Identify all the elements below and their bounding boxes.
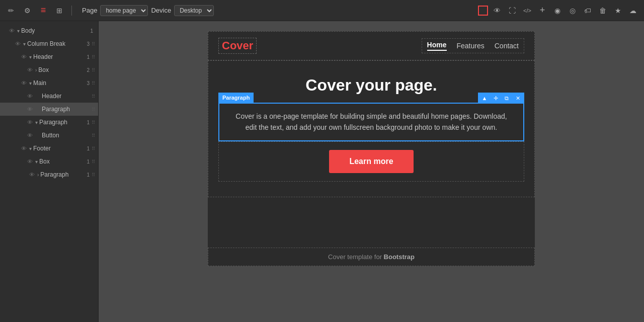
circle-icon[interactable]: ◎: [567, 5, 579, 17]
tree-label-footer-paragraph: Paragraph: [40, 171, 87, 178]
spacer: [208, 197, 535, 248]
tree-item-header[interactable]: 👁 ▾ Header 1 ⠿: [0, 50, 98, 63]
eye-main-header[interactable]: 👁: [24, 93, 35, 99]
tree-label-main-paragraph: Paragraph: [42, 106, 92, 113]
learn-more-button[interactable]: Learn more: [329, 150, 413, 173]
cloud-icon[interactable]: ☁: [627, 5, 639, 17]
canvas-area: Cover Home Features Contact Cover your p…: [99, 21, 644, 322]
page-selector: Page home page Device Desktop: [82, 5, 214, 16]
tree-label-header: Header: [33, 53, 87, 60]
device-label: Device: [151, 7, 171, 14]
ctrl-up[interactable]: ▲: [480, 94, 489, 103]
tree-item-column-break[interactable]: 👁 ▾ Column Break 3 ⠿: [0, 37, 98, 50]
eye-main-paragraph[interactable]: 👁: [24, 106, 35, 112]
tree-badge-body: 1: [90, 28, 93, 34]
tree-label-column-break: Column Break: [27, 40, 87, 47]
tree-item-footer-box[interactable]: 👁 ▾ Box 1 ⠿: [0, 155, 98, 168]
eye-footer[interactable]: 👁: [18, 145, 29, 151]
drag-main[interactable]: ⠿: [92, 80, 95, 86]
tree-badge-column-break: 3: [87, 41, 90, 47]
tree-label-main-header: Header: [42, 93, 92, 100]
bars-icon[interactable]: ≡: [37, 5, 49, 17]
tree-item-footer-paragraph[interactable]: 👁 › Paragraph 1 ⠿: [0, 168, 98, 181]
fullscreen-icon[interactable]: ⛶: [506, 5, 518, 17]
eye-paragraph-child[interactable]: 👁: [24, 119, 35, 125]
toolbar-right: 👁 ⛶ </> + ◉ ◎ 🏷 🗑 ★ ☁: [478, 5, 639, 17]
site-nav: Home Features Contact: [422, 38, 524, 53]
tree-label-footer: Footer: [33, 145, 87, 152]
device-dropdown[interactable]: Desktop: [174, 5, 214, 16]
hero-paragraph-text: Cover is a one-page template for buildin…: [235, 112, 507, 131]
tree-item-body[interactable]: 👁 ▾ Body 1: [0, 24, 98, 37]
nav-item-contact[interactable]: Contact: [495, 42, 519, 50]
eye-main[interactable]: 👁: [18, 80, 29, 86]
tree-item-main[interactable]: 👁 ▾ Main 3 ⠿: [0, 76, 98, 90]
eye-button[interactable]: 👁: [24, 132, 35, 138]
tree-item-button[interactable]: 👁 Button ⠿: [0, 129, 98, 142]
drag-box[interactable]: ⠿: [92, 67, 95, 73]
drag-button[interactable]: ⠿: [92, 133, 95, 138]
drag-paragraph-child[interactable]: ⠿: [92, 120, 95, 125]
eye-column-break[interactable]: 👁: [12, 41, 23, 47]
eye-footer-box[interactable]: 👁: [24, 158, 35, 165]
tree-label-body: Body: [21, 27, 90, 34]
footer-text: Cover template for: [328, 253, 384, 261]
tree-item-main-paragraph[interactable]: 👁 Paragraph ⠿: [0, 103, 98, 116]
tree-badge-footer-box: 1: [87, 159, 90, 165]
hero-section: Cover your page. Paragraph ▲ ✛ ⧉ ✕ Cover…: [208, 60, 535, 197]
hero-title: Cover your page.: [305, 76, 437, 95]
preview-frame: Cover Home Features Contact Cover your p…: [208, 31, 535, 266]
drag-header[interactable]: ⠿: [92, 54, 95, 60]
main-layout: 👁 ▾ Body 1 👁 ▾ Column Break 3 ⠿ 👁 ▾ Head…: [0, 21, 644, 322]
eye-box[interactable]: 👁: [24, 67, 35, 73]
tree-item-footer[interactable]: 👁 ▾ Footer 1 ⠿: [0, 142, 98, 155]
page-dropdown[interactable]: home page: [100, 5, 148, 16]
trash-icon[interactable]: 🗑: [597, 5, 609, 17]
site-header: Cover Home Features Contact: [208, 31, 535, 60]
tree-label-box: Box: [38, 66, 87, 73]
tree-badge-footer: 1: [87, 146, 90, 151]
selected-paragraph[interactable]: Paragraph ▲ ✛ ⧉ ✕ Cover is a one-page te…: [218, 103, 524, 141]
drag-main-paragraph[interactable]: ⠿: [92, 107, 95, 112]
eye-icon[interactable]: 👁: [491, 5, 503, 17]
tree-badge-box: 2: [87, 67, 90, 73]
drag-footer-box[interactable]: ⠿: [92, 159, 95, 165]
grid-icon[interactable]: ⊞: [53, 5, 65, 17]
element-label: Paragraph: [218, 93, 254, 104]
widget-icon[interactable]: ◉: [551, 5, 564, 17]
tree-item-main-header[interactable]: 👁 Header ⠿: [0, 90, 98, 103]
tree-item-paragraph-child[interactable]: 👁 ▾ Paragraph 1 ⠿: [0, 116, 98, 129]
tree-label-main: Main: [33, 79, 87, 87]
drag-footer[interactable]: ⠿: [92, 146, 95, 151]
drag-footer-paragraph[interactable]: ⠿: [92, 172, 95, 178]
button-section: Learn more: [218, 141, 524, 182]
stop-icon[interactable]: [478, 6, 488, 16]
eye-footer-paragraph[interactable]: 👁: [26, 172, 37, 178]
code-icon[interactable]: </>: [521, 5, 533, 17]
eye-header[interactable]: 👁: [18, 54, 29, 60]
tree-badge-main: 3: [87, 80, 90, 86]
drag-main-header[interactable]: ⠿: [92, 94, 95, 99]
footer-link[interactable]: Bootstrap: [384, 253, 415, 261]
drag-column-break[interactable]: ⠿: [92, 41, 95, 47]
plus-icon[interactable]: +: [536, 5, 548, 17]
tree-item-box[interactable]: 👁 › Box 2 ⠿: [0, 63, 98, 76]
element-controls: ▲ ✛ ⧉ ✕: [478, 93, 524, 104]
ctrl-copy[interactable]: ⧉: [502, 94, 511, 103]
ctrl-delete[interactable]: ✕: [513, 94, 522, 103]
tag-icon[interactable]: 🏷: [582, 5, 594, 17]
ctrl-move[interactable]: ✛: [491, 94, 500, 103]
tree-badge-footer-paragraph: 1: [87, 172, 90, 178]
left-panel: 👁 ▾ Body 1 👁 ▾ Column Break 3 ⠿ 👁 ▾ Head…: [0, 21, 99, 322]
footer-section: Cover template for Bootstrap: [208, 248, 535, 266]
gear-icon[interactable]: ⚙: [21, 5, 33, 17]
page-label: Page: [82, 7, 97, 14]
pen-icon[interactable]: ✏: [5, 5, 17, 17]
nav-item-features[interactable]: Features: [457, 42, 485, 50]
tree-label-footer-box: Box: [39, 158, 87, 165]
nav-item-home[interactable]: Home: [427, 41, 447, 51]
site-logo: Cover: [218, 38, 257, 54]
eye-body[interactable]: 👁: [6, 28, 17, 34]
divider-1: [71, 6, 72, 16]
star-icon[interactable]: ★: [612, 5, 624, 17]
